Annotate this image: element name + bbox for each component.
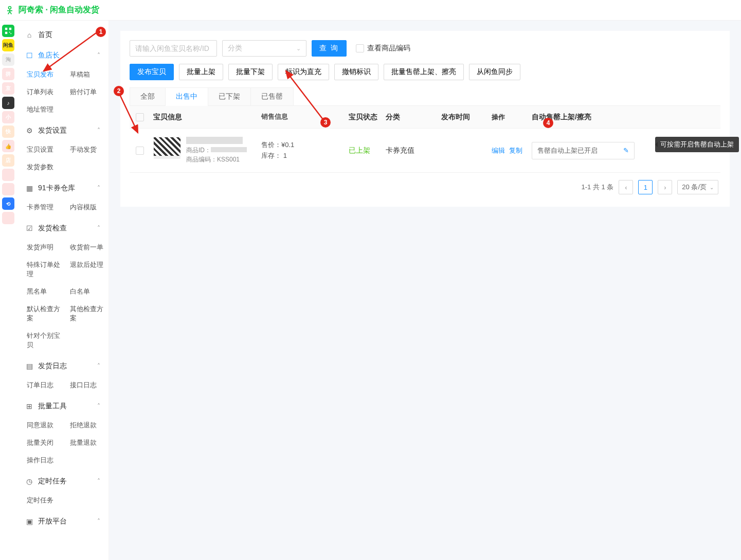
sale-info: 售价：¥0.1 库存： 1 (261, 140, 349, 161)
page-prev[interactable]: ‹ (619, 180, 633, 194)
app-header: 阿奇索 · 闲鱼自动发货 (0, 0, 741, 21)
chevron-up-icon: ˄ (97, 363, 100, 370)
page-size-select[interactable]: 20 条/页 ⌄ (677, 180, 718, 194)
sidebar-item-item-settings[interactable]: 宝贝设置 (20, 141, 63, 158)
sidebar-item-ship-declare[interactable]: 发货声明 (20, 239, 63, 256)
sidebar-item-ship-params[interactable]: 发货参数 (20, 158, 63, 176)
sidebar-home[interactable]: ⌂ 首页 (20, 25, 105, 45)
sidebar-item-schedule-task[interactable]: 定时任务 (20, 492, 63, 509)
col-sale: 销售信息 (261, 112, 349, 122)
sidebar-item-whitelist[interactable]: 白名单 (63, 283, 106, 300)
rail-icon-link[interactable]: ⟲ (2, 197, 14, 210)
tool-icon: ⊞ (25, 402, 34, 410)
product-thumb (153, 137, 181, 156)
sidebar-item-publish[interactable]: 宝贝发布 (20, 66, 63, 83)
rail-icon-pink2[interactable] (2, 169, 14, 181)
batch-on-button[interactable]: 批量上架 (179, 64, 223, 80)
sidebar-section-logs[interactable]: ▤发货日志 ˄ (20, 356, 105, 376)
tab-selling[interactable]: 出售中 (165, 87, 208, 105)
category-select[interactable]: 分类 ⌄ (222, 40, 306, 57)
sidebar-section-shipping[interactable]: ⚙发货设置 ˄ (20, 120, 105, 141)
col-operate: 操作 (492, 113, 532, 122)
view-code-checkbox[interactable] (356, 44, 364, 52)
sidebar-item-other-plan[interactable]: 其他检查方案 (63, 300, 106, 327)
filter-row: 分类 ⌄ 查 询 查看商品编码 (130, 40, 720, 57)
edit-link[interactable]: 编辑 (492, 147, 505, 154)
op-cell: 编辑 复制 (492, 146, 532, 155)
rail-icon-red2[interactable] (2, 183, 14, 195)
bag-icon: ☐ (25, 51, 34, 60)
sidebar-item-card-mgmt[interactable]: 卡券管理 (20, 198, 63, 216)
query-button[interactable]: 查 询 (312, 40, 347, 57)
search-input[interactable] (130, 40, 217, 57)
sidebar-item-reject-refund[interactable]: 拒绝退款 (63, 417, 106, 434)
copy-link[interactable]: 复制 (509, 147, 522, 154)
sidebar-item-compensate[interactable]: 赔付订单 (63, 83, 106, 101)
rail-icon-jd[interactable]: 京 (2, 82, 14, 95)
sidebar-item-default-plan[interactable]: 默认检查方案 (20, 300, 63, 327)
sidebar-item-special-order[interactable]: 特殊订单处理 (20, 256, 63, 283)
chevron-up-icon: ˄ (97, 185, 100, 192)
publish-button[interactable]: 发布宝贝 (130, 64, 174, 80)
sidebar-item-template[interactable]: 内容模版 (63, 198, 106, 216)
row-checkbox[interactable] (136, 147, 144, 155)
rail-icon-douyin[interactable]: ♪ (2, 97, 14, 109)
batch-off-button[interactable]: 批量下架 (228, 64, 273, 80)
rail-icon-last[interactable] (2, 212, 14, 224)
app-title: 阿奇索 · 闲鱼自动发货 (19, 5, 99, 15)
svg-rect-3 (5, 32, 7, 34)
api-icon: ▣ (25, 517, 34, 526)
unmark-button[interactable]: 撤销标识 (334, 64, 378, 80)
pagination: 1-1 共 1 条 ‹ 1 › 20 条/页 ⌄ (130, 173, 720, 203)
sidebar-item-agree-refund[interactable]: 同意退款 (20, 417, 63, 434)
rail-icon-pdd[interactable]: 拼 (2, 68, 14, 80)
sidebar-item-manual-ship[interactable]: 手动发货 (63, 141, 106, 158)
tab-all[interactable]: 全部 (130, 87, 166, 105)
redacted-title (186, 137, 243, 144)
tab-offshelf[interactable]: 已下架 (208, 87, 251, 105)
tooltip-auto-relist: 可按需开启售罄自动上架 (655, 137, 739, 152)
rail-icon-xianyu[interactable]: 闲鱼 (2, 39, 14, 51)
auto-relist-box[interactable]: 售罄自动上架已开启 ✎ (532, 142, 635, 159)
sync-button[interactable]: 从闲鱼同步 (469, 64, 520, 80)
sidebar-item-api-log[interactable]: 接口日志 (63, 376, 106, 394)
sidebar-item-per-item[interactable]: 针对个别宝贝 (20, 327, 63, 354)
sidebar-section-schedule[interactable]: ◷定时任务 ˄ (20, 471, 105, 492)
rail-icon-shop[interactable]: 店 (2, 154, 14, 167)
edit-icon[interactable]: ✎ (623, 147, 629, 154)
sidebar-section-open[interactable]: ▣开放平台 ˄ (20, 511, 105, 532)
mark-direct-button[interactable]: 标识为直充 (278, 64, 329, 80)
page-current[interactable]: 1 (638, 180, 653, 194)
sidebar-item-before-receive[interactable]: 收货前一单 (63, 239, 106, 256)
chevron-down-icon: ⌄ (296, 45, 301, 52)
sidebar-item-batch-close[interactable]: 批量关闭 (20, 434, 63, 451)
sidebar-section-batch[interactable]: ⊞批量工具 ˄ (20, 396, 105, 417)
page-next[interactable]: › (658, 180, 672, 194)
sidebar-section-yudianzhang[interactable]: ☐鱼店长 ˄ (20, 45, 105, 66)
col-auto: 自动售罄上架/擦亮 (532, 113, 714, 122)
sidebar-item-orders[interactable]: 订单列表 (20, 83, 63, 101)
sidebar-item-blacklist[interactable]: 黑名单 (20, 283, 63, 300)
rail-icon-thumb[interactable]: 👍 (2, 140, 14, 152)
sidebar-item-address[interactable]: 地址管理 (20, 101, 63, 118)
select-all-checkbox[interactable] (136, 113, 144, 121)
svg-rect-5 (10, 33, 11, 34)
sidebar-item-draft[interactable]: 草稿箱 (63, 66, 106, 83)
action-row: 发布宝贝 批量上架 批量下架 标识为直充 撤销标识 批量售罄上架、擦亮 从闲鱼同… (130, 64, 720, 80)
tab-soldout[interactable]: 已售罄 (250, 87, 294, 105)
batch-soldout-button[interactable]: 批量售罄上架、擦亮 (384, 64, 464, 80)
sidebar-section-warehouse[interactable]: ▦91卡券仓库 ˄ (20, 178, 105, 198)
sidebar-section-check[interactable]: ☑发货检查 ˄ (20, 218, 105, 239)
sidebar-item-batch-refund[interactable]: 批量退款 (63, 434, 106, 451)
view-code-checkbox-wrap[interactable]: 查看商品编码 (356, 44, 410, 53)
sidebar-item-op-log[interactable]: 操作日志 (20, 451, 63, 469)
sidebar-item-after-refund[interactable]: 退款后处理 (63, 256, 106, 283)
sidebar-item-order-log[interactable]: 订单日志 (20, 376, 63, 394)
rail-icon-taobao[interactable]: 淘 (2, 53, 14, 66)
rail-icon-kuaishou[interactable]: 快 (2, 125, 14, 138)
rail-icon-xhs[interactable]: 小 (2, 111, 14, 123)
chevron-up-icon: ˄ (97, 52, 100, 59)
chevron-up-icon: ˄ (97, 478, 100, 485)
table-header: 宝贝信息 销售信息 宝贝状态 分类 发布时间 操作 自动售罄上架/擦亮 (130, 106, 720, 129)
rail-icon-qr[interactable] (2, 25, 14, 37)
